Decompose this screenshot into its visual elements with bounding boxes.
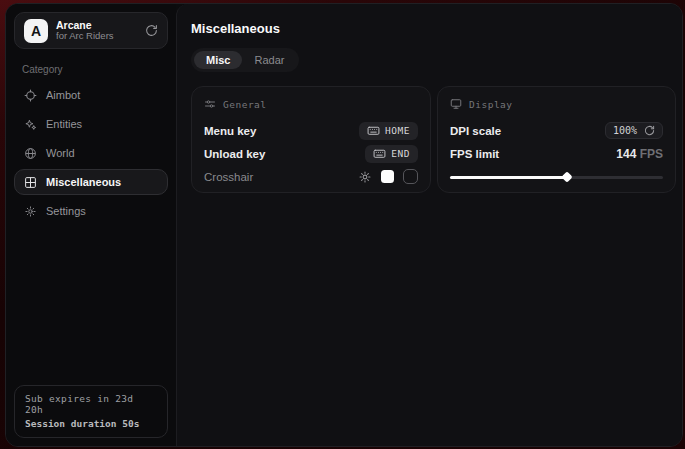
- unload-key-value: END: [391, 148, 410, 159]
- sidebar-item-world[interactable]: World: [14, 140, 168, 166]
- refresh-icon[interactable]: [145, 24, 158, 37]
- app-logo: A: [24, 19, 48, 43]
- sidebar-item-miscellaneous[interactable]: Miscellaneous: [14, 169, 168, 195]
- crosshair-enable-checkbox[interactable]: [403, 169, 418, 184]
- sidebar: A Arcane for Arc Riders Category Aim: [6, 4, 176, 446]
- fps-limit-slider[interactable]: [450, 174, 663, 181]
- crosshair-settings-gear-icon[interactable]: [358, 170, 372, 184]
- dpi-scale-row: DPI scale 100%: [450, 119, 663, 142]
- general-panel: General Menu key HOME Unload key: [191, 86, 431, 193]
- tab-bar: Misc Radar: [191, 48, 299, 72]
- general-panel-title: General: [223, 99, 267, 110]
- display-panel-title: Display: [469, 99, 513, 110]
- sidebar-item-label: World: [46, 147, 75, 159]
- dpi-reset-icon[interactable]: [644, 125, 655, 136]
- general-panel-header: General: [204, 98, 418, 110]
- fps-limit-row: FPS limit 144 FPS: [450, 142, 663, 165]
- sidebar-item-label: Entities: [46, 118, 82, 130]
- page-title: Miscellaneous: [191, 21, 676, 36]
- crosshair-color-swatch[interactable]: [381, 170, 394, 183]
- unload-key-binding[interactable]: END: [365, 145, 418, 163]
- fps-limit-label: FPS limit: [450, 148, 499, 160]
- tab-misc[interactable]: Misc: [194, 51, 242, 69]
- app-window: A Arcane for Arc Riders Category Aim: [5, 3, 683, 447]
- fps-slider-thumb[interactable]: [561, 171, 572, 182]
- sidebar-item-label: Settings: [46, 205, 86, 217]
- fps-limit-value: 144 FPS: [616, 147, 663, 161]
- account-header-card: A Arcane for Arc Riders: [14, 12, 168, 49]
- sidebar-item-settings[interactable]: Settings: [14, 198, 168, 224]
- gear-icon: [24, 205, 37, 218]
- crosshair-controls: [358, 169, 418, 184]
- fps-unit: FPS: [640, 147, 663, 161]
- tab-radar[interactable]: Radar: [242, 51, 296, 69]
- category-label: Category: [22, 64, 160, 75]
- panels-row: General Menu key HOME Unload key: [191, 86, 676, 193]
- crosshair-label: Crosshair: [204, 171, 253, 183]
- dpi-scale-control[interactable]: 100%: [605, 122, 663, 139]
- sliders-icon: [204, 98, 216, 110]
- fps-number: 144: [616, 147, 636, 161]
- menu-key-label: Menu key: [204, 125, 256, 137]
- sparkles-icon: [24, 118, 37, 131]
- dpi-scale-label: DPI scale: [450, 125, 501, 137]
- display-panel-header: Display: [450, 98, 663, 110]
- app-title-block: Arcane for Arc Riders: [56, 19, 114, 42]
- fps-slider-fill: [450, 176, 567, 179]
- display-panel: Display DPI scale 100% FPS limit: [437, 86, 676, 193]
- sidebar-item-entities[interactable]: Entities: [14, 111, 168, 137]
- menu-key-row: Menu key HOME: [204, 119, 418, 142]
- session-duration-text: Session duration 50s: [25, 418, 157, 429]
- app-subtitle: for Arc Riders: [56, 31, 114, 42]
- sidebar-item-label: Aimbot: [46, 89, 80, 101]
- menu-key-value: HOME: [385, 125, 410, 136]
- crosshair-row: Crosshair: [204, 165, 418, 188]
- app-logo-letter: A: [31, 23, 41, 39]
- dpi-scale-value: 100%: [613, 125, 637, 136]
- globe-icon: [24, 147, 37, 160]
- sidebar-item-aimbot[interactable]: Aimbot: [14, 82, 168, 108]
- subscription-card: Sub expires in 23d 20h Session duration …: [14, 385, 168, 438]
- keyboard-icon: [367, 124, 380, 137]
- grid-icon: [24, 176, 37, 189]
- sidebar-spacer: [14, 224, 168, 385]
- unload-key-row: Unload key END: [204, 142, 418, 165]
- sidebar-item-label: Miscellaneous: [46, 176, 121, 188]
- sub-expiry-text: Sub expires in 23d 20h: [25, 393, 157, 415]
- crosshair-icon: [24, 89, 37, 102]
- monitor-icon: [450, 98, 462, 110]
- unload-key-label: Unload key: [204, 148, 265, 160]
- keyboard-icon: [373, 147, 386, 160]
- menu-key-binding[interactable]: HOME: [359, 122, 418, 140]
- main-content: Miscellaneous Misc Radar General: [176, 4, 683, 446]
- sidebar-nav: Aimbot Entities World: [14, 82, 168, 224]
